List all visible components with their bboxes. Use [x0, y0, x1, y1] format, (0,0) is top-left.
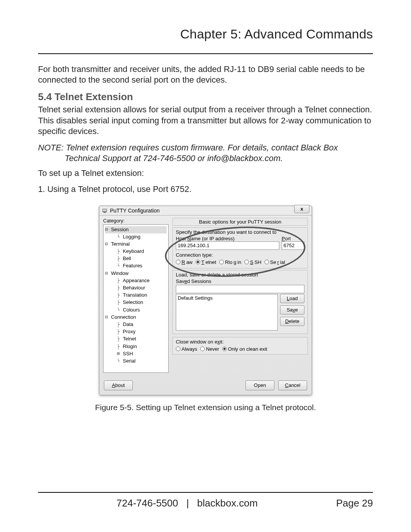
radio-elnet[interactable]: Telnet: [196, 259, 216, 265]
window-title: PuTTY Configuration: [110, 208, 159, 214]
tree-item-behaviour[interactable]: ├ Behaviour: [105, 284, 167, 292]
tree-item-ssh[interactable]: ⊞ SSH: [105, 350, 167, 358]
note-line-2: Technical Support at 724-746-5500 or inf…: [38, 153, 373, 164]
tree-item-appearance[interactable]: ├ Appearance: [105, 277, 167, 284]
footer-contact: 724-746-5500 | blackbox.com: [38, 497, 336, 509]
close-button[interactable]: x: [294, 205, 309, 213]
connection-type-label: Connection type:: [176, 252, 304, 258]
tree-item-connection[interactable]: ⊟ Connection: [105, 314, 167, 321]
intro-paragraph: For both transmitter and receiver units,…: [38, 64, 373, 86]
svg-rect-1: [103, 209, 107, 211]
close-on-exit-fieldset: Close window on exit: AlwaysNeverOnly on…: [172, 337, 308, 355]
divider: [38, 53, 373, 54]
destination-legend: Specify the destination you want to conn…: [176, 229, 304, 235]
section-heading: 5.4 Telnet Extension: [38, 91, 373, 103]
load-button[interactable]: Load: [280, 294, 304, 303]
about-button[interactable]: About: [104, 380, 133, 390]
tree-item-bell[interactable]: ├ Bell: [105, 255, 167, 262]
stored-session-fieldset: Load, save or delete a stored session Sa…: [172, 270, 308, 334]
category-tree[interactable]: ⊟ Session └ Logging⊟ Terminal ├ Keyboard…: [103, 224, 169, 373]
chapter-title: Chapter 5: Advanced Commands: [38, 27, 373, 45]
step-1: 1. Using a Telnet protocol, use Port 675…: [38, 184, 373, 194]
tree-item-logging[interactable]: └ Logging: [105, 233, 167, 241]
setup-line: To set up a Telnet extension:: [38, 168, 373, 179]
radio-aw[interactable]: Raw: [176, 259, 193, 265]
exit-radio-always[interactable]: Always: [176, 346, 197, 352]
default-settings-entry[interactable]: Default Settings: [176, 294, 277, 302]
category-label: Category:: [103, 218, 169, 224]
host-input[interactable]: 169.254.100.1: [176, 241, 279, 250]
cancel-button[interactable]: Cancel: [278, 380, 307, 390]
options-header: Basic options for your PuTTY session: [172, 218, 308, 226]
radio-sh[interactable]: SSH: [244, 259, 261, 265]
note-text: NOTE: Telnet extension requires custom f…: [38, 142, 373, 164]
host-label: Host Name (or IP address): [176, 236, 279, 241]
tree-item-terminal[interactable]: ⊟ Terminal: [105, 241, 167, 248]
tree-item-data[interactable]: ├ Data: [105, 321, 167, 328]
stored-session-legend: Load, save or delete a stored session: [176, 272, 304, 278]
tree-item-colours[interactable]: └ Colours: [105, 307, 167, 314]
delete-button[interactable]: Delete: [280, 317, 304, 326]
exit-radio-never[interactable]: Never: [200, 346, 219, 352]
svg-rect-2: [104, 212, 106, 213]
sessions-listbox[interactable]: Default Settings: [176, 294, 278, 331]
putty-dialog: x PuTTY Configuration Category: ⊟ Sessio…: [99, 206, 312, 395]
putty-icon: [102, 208, 108, 214]
destination-fieldset: Specify the destination you want to conn…: [172, 227, 308, 268]
port-label: Port: [282, 236, 304, 241]
tree-item-session[interactable]: ⊟ Session: [105, 226, 167, 233]
page-number: Page 29: [336, 497, 373, 509]
tree-item-telnet[interactable]: ├ Telnet: [105, 335, 167, 343]
open-button[interactable]: Open: [245, 380, 274, 390]
tree-item-selection[interactable]: ├ Selection: [105, 299, 167, 306]
tree-item-rlogin[interactable]: ├ Rlogin: [105, 343, 167, 350]
exit-radio-only-on-clean-exit[interactable]: Only on clean exit: [222, 346, 267, 352]
tree-item-serial[interactable]: └ Serial: [105, 358, 167, 365]
figure-caption: Figure 5-5. Setting up Telnet extension …: [38, 403, 373, 412]
tree-item-window[interactable]: ⊟ Window: [105, 270, 167, 277]
radio-in[interactable]: Rlogin: [219, 259, 241, 265]
save-button[interactable]: Save: [280, 305, 304, 315]
close-on-exit-radios: AlwaysNeverOnly on clean exit: [176, 346, 304, 352]
section-paragraph: Telnet serial extension allows for seria…: [38, 104, 373, 137]
saved-session-input[interactable]: [176, 285, 304, 293]
tree-item-translation[interactable]: ├ Translation: [105, 292, 167, 299]
port-input[interactable]: 6752: [282, 241, 304, 250]
tree-item-keyboard[interactable]: ├ Keyboard: [105, 248, 167, 255]
note-line-1: NOTE: Telnet extension requires custom f…: [38, 143, 338, 152]
close-on-exit-label: Close window on exit:: [176, 339, 304, 345]
radio-ial[interactable]: Serial: [264, 259, 285, 265]
tree-item-proxy[interactable]: ├ Proxy: [105, 328, 167, 335]
tree-item-features[interactable]: └ Features: [105, 262, 167, 270]
saved-sessions-label: Saved Sessions: [176, 278, 304, 284]
connection-type-radios: RawTelnetRloginSSHSerial: [176, 259, 304, 265]
